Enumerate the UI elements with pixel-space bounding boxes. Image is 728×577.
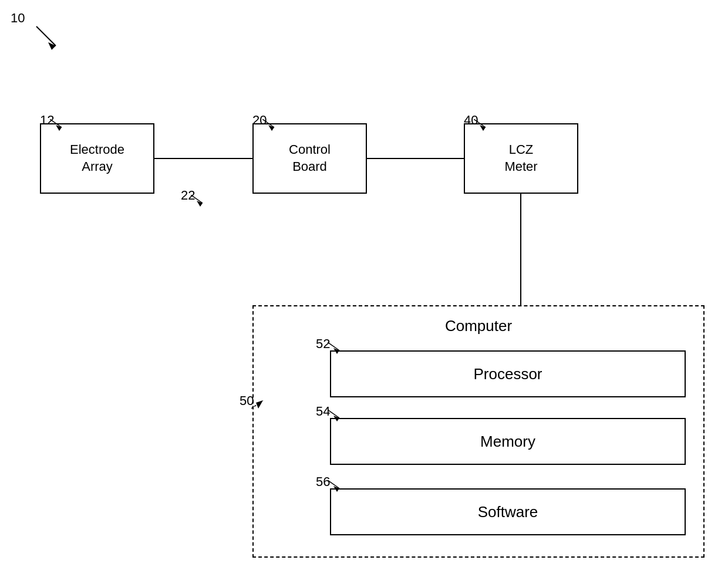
- svg-marker-16: [333, 348, 339, 354]
- arrow-12: [50, 119, 68, 131]
- svg-marker-20: [333, 486, 339, 492]
- software-box: Software: [330, 488, 686, 535]
- processor-box: Processor: [330, 350, 686, 397]
- arrow-50: [251, 400, 269, 412]
- svg-marker-6: [56, 125, 62, 131]
- arrow-20: [262, 119, 280, 131]
- software-label: Software: [478, 503, 538, 521]
- svg-marker-18: [333, 416, 339, 421]
- svg-line-7: [262, 119, 274, 127]
- ref-label-10: 10: [11, 11, 25, 26]
- svg-marker-1: [48, 42, 56, 50]
- computer-label: Computer: [254, 317, 703, 335]
- lcz-meter-box: LCZMeter: [464, 123, 578, 194]
- arrow-56: [328, 480, 345, 492]
- memory-box: Memory: [330, 418, 686, 465]
- diagram-container: 10 ElectrodeArray 12 ControlBoard 20 LCZ…: [0, 0, 728, 577]
- electrode-array-box: ElectrodeArray: [40, 123, 154, 194]
- arrow-52: [328, 342, 345, 354]
- electrode-array-label: ElectrodeArray: [70, 141, 124, 175]
- svg-line-0: [36, 26, 56, 46]
- control-board-box: ControlBoard: [252, 123, 367, 194]
- control-board-label: ControlBoard: [289, 141, 331, 175]
- svg-marker-12: [197, 201, 203, 207]
- svg-line-5: [50, 119, 62, 127]
- lcz-meter-label: LCZMeter: [504, 141, 537, 175]
- arrow-54: [328, 410, 345, 421]
- svg-line-19: [328, 480, 339, 488]
- svg-line-9: [474, 119, 486, 127]
- processor-label: Processor: [473, 365, 542, 383]
- arrow-22: [191, 195, 208, 207]
- svg-line-11: [191, 195, 203, 203]
- svg-line-15: [328, 342, 339, 350]
- arrow-40: [474, 119, 491, 131]
- memory-label: Memory: [480, 433, 535, 451]
- svg-marker-14: [256, 400, 263, 409]
- svg-marker-10: [480, 125, 486, 131]
- svg-line-17: [328, 410, 339, 418]
- svg-marker-8: [268, 125, 274, 131]
